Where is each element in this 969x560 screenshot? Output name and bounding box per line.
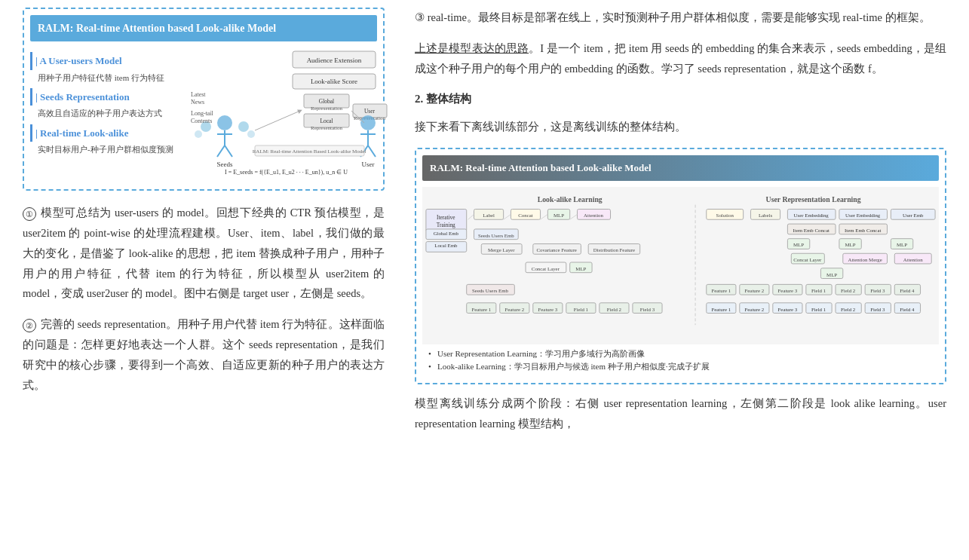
svg-text:Field 4: Field 4 bbox=[900, 306, 915, 311]
svg-text:Distribution Feature: Distribution Feature bbox=[593, 247, 635, 252]
svg-text:Feature 1: Feature 1 bbox=[711, 288, 731, 293]
svg-point-22 bbox=[247, 130, 255, 138]
svg-text:User Representation Learning: User Representation Learning bbox=[766, 194, 861, 203]
svg-text:Long-tail: Long-tail bbox=[191, 110, 214, 117]
svg-text:MLP: MLP bbox=[575, 265, 586, 271]
ralm-header-bottom: RALM: Real-time Attention based Look-ali… bbox=[422, 155, 939, 180]
ralm-section-title-2: | Seeds Representation bbox=[30, 88, 181, 106]
svg-text:Feature 2: Feature 2 bbox=[745, 288, 765, 293]
svg-text:Feature 3: Feature 3 bbox=[778, 306, 798, 311]
svg-line-141 bbox=[570, 214, 578, 219]
left-para-1: ① 模型可总结为 user-users 的 model。回想下经典的 CTR 预… bbox=[23, 203, 385, 304]
right-para-realtime: ③ real-time。最终目标是部署在线上，实时预测种子用户群体相似度，需要是… bbox=[415, 8, 946, 28]
svg-text:Field 1: Field 1 bbox=[811, 288, 826, 293]
svg-text:Solution: Solution bbox=[716, 213, 734, 218]
svg-text:Item Emb Concat: Item Emb Concat bbox=[845, 228, 881, 233]
ralm-top-diagram: Audience Extension Look-alike Score Glob… bbox=[187, 47, 391, 183]
ralm-header-top: RALM: Real-time Attention based Look-ali… bbox=[30, 15, 377, 41]
svg-line-140 bbox=[541, 214, 548, 219]
svg-text:Field 1: Field 1 bbox=[574, 306, 589, 311]
svg-text:Merge Layer: Merge Layer bbox=[488, 247, 515, 252]
svg-text:Seeds Users Emb: Seeds Users Emb bbox=[472, 288, 508, 293]
svg-text:Attention Merge: Attention Merge bbox=[848, 257, 882, 262]
svg-text:Feature 2: Feature 2 bbox=[745, 306, 765, 311]
svg-text:Seeds: Seeds bbox=[217, 161, 233, 168]
svg-text:Field 2: Field 2 bbox=[841, 306, 856, 311]
svg-text:Seeds Users Emb: Seeds Users Emb bbox=[478, 232, 514, 237]
svg-text:User: User bbox=[364, 108, 376, 115]
right-para-structure: 接下来看下离线训练部分，这是离线训练的整体结构。 bbox=[415, 117, 946, 137]
svg-text:Latest: Latest bbox=[191, 91, 206, 98]
svg-text:Look-alike Score: Look-alike Score bbox=[311, 78, 357, 85]
svg-text:News: News bbox=[191, 99, 204, 106]
svg-text:MLP: MLP bbox=[793, 242, 804, 247]
ralm-bottom-diagram: Look-alike Learning User Representation … bbox=[422, 187, 939, 344]
ralm-left-text: | A User-users Model 用种子用户特征代替 item 行为特征… bbox=[30, 47, 181, 183]
svg-text:Concat Layer: Concat Layer bbox=[793, 257, 822, 262]
ralm-bottom-svg: Look-alike Learning User Representation … bbox=[422, 187, 939, 338]
svg-text:Field 1: Field 1 bbox=[811, 306, 826, 311]
ralm-section-desc-1: 用种子用户特征代替 item 行为特征 bbox=[30, 72, 181, 84]
label-lookalike: Look-alike Learning：学习目标用户与候选 item 种子用户相… bbox=[428, 360, 933, 374]
svg-text:User: User bbox=[362, 161, 375, 168]
svg-text:Concat: Concat bbox=[518, 213, 532, 218]
svg-text:I = E_seeds = f({E_u1, E_u2 · : I = E_seeds = f({E_u1, E_u2 · · · E_un})… bbox=[225, 169, 348, 176]
svg-line-139 bbox=[504, 214, 511, 219]
svg-text:User Emb: User Emb bbox=[903, 213, 924, 218]
underline-text: 上述是模型表达的思路 bbox=[415, 42, 529, 54]
svg-text:Field 3: Field 3 bbox=[870, 288, 885, 293]
ralm-bottom-labels: User Representation Learning：学习用户多域行为高阶画… bbox=[422, 344, 939, 377]
svg-text:Look-alike Learning: Look-alike Learning bbox=[538, 194, 603, 203]
svg-line-17 bbox=[225, 145, 232, 157]
svg-text:Attention: Attention bbox=[584, 213, 603, 218]
svg-text:Iterative: Iterative bbox=[437, 214, 455, 221]
svg-text:Feature 1: Feature 1 bbox=[711, 306, 731, 311]
svg-point-21 bbox=[195, 130, 202, 138]
svg-text:Concat Layer: Concat Layer bbox=[532, 265, 560, 271]
ralm-top-svg: Audience Extension Look-alike Score Glob… bbox=[187, 47, 391, 183]
section-heading-2: 2. 整体结构 bbox=[415, 89, 946, 109]
svg-text:Item Emb Concat: Item Emb Concat bbox=[793, 228, 829, 233]
svg-text:Audience Extension: Audience Extension bbox=[307, 57, 362, 64]
ralm-section-desc-2: 高效且自适应的种子用户表达方式 bbox=[30, 107, 181, 120]
ralm-section-title-1: | A User-users Model bbox=[30, 52, 181, 69]
svg-line-138 bbox=[468, 214, 474, 219]
svg-text:Global Emb: Global Emb bbox=[434, 230, 459, 235]
svg-line-16 bbox=[217, 145, 225, 157]
svg-text:Local: Local bbox=[320, 118, 333, 124]
svg-text:Label: Label bbox=[483, 213, 495, 218]
left-para-2: ② 完善的 seeds representation。用种子用户代替 item … bbox=[23, 314, 385, 395]
svg-text:Local Emb: Local Emb bbox=[434, 243, 458, 248]
svg-text:Representation: Representation bbox=[311, 125, 342, 131]
svg-text:Field 3: Field 3 bbox=[640, 306, 655, 311]
svg-point-23 bbox=[360, 115, 376, 130]
svg-text:Attention: Attention bbox=[903, 257, 923, 262]
circle-num-2: ② bbox=[23, 319, 36, 332]
label-user-rep: User Representation Learning：学习用户多域行为高阶画… bbox=[428, 347, 933, 361]
svg-text:Field 2: Field 2 bbox=[841, 288, 856, 293]
svg-line-27 bbox=[368, 145, 376, 157]
svg-text:Feature 1: Feature 1 bbox=[471, 306, 491, 311]
svg-text:Feature 3: Feature 3 bbox=[778, 288, 798, 293]
svg-text:MLP: MLP bbox=[826, 271, 837, 277]
svg-text:Training: Training bbox=[437, 222, 455, 228]
svg-line-29 bbox=[255, 111, 300, 130]
svg-text:User Embedding: User Embedding bbox=[794, 213, 829, 218]
svg-text:Field 2: Field 2 bbox=[607, 306, 622, 311]
svg-point-13 bbox=[217, 115, 232, 130]
left-column: RALM: Real-time Attention based Look-ali… bbox=[0, 0, 400, 560]
ralm-section-title-3: | Real-time Look-alike bbox=[30, 124, 181, 142]
svg-text:MLP: MLP bbox=[553, 213, 564, 218]
svg-text:Field 4: Field 4 bbox=[900, 288, 915, 293]
svg-text:Labels: Labels bbox=[759, 213, 773, 218]
svg-text:MLP: MLP bbox=[845, 242, 856, 247]
ralm-section-desc-3: 实时目标用户-种子用户群相似度预测 bbox=[30, 143, 181, 156]
svg-text:Contents: Contents bbox=[191, 118, 212, 124]
svg-text:RALM: Real-time Attention Base: RALM: Real-time Attention Based Look-ali… bbox=[253, 148, 366, 155]
svg-text:Feature 3: Feature 3 bbox=[538, 306, 558, 311]
svg-point-20 bbox=[238, 121, 249, 132]
right-column: ③ real-time。最终目标是部署在线上，实时预测种子用户群体相似度，需要是… bbox=[400, 0, 969, 560]
svg-text:Representation: Representation bbox=[311, 106, 342, 112]
svg-text:Covariance Feature: Covariance Feature bbox=[536, 247, 576, 252]
ralm-box-top: RALM: Real-time Attention based Look-ali… bbox=[23, 8, 385, 191]
